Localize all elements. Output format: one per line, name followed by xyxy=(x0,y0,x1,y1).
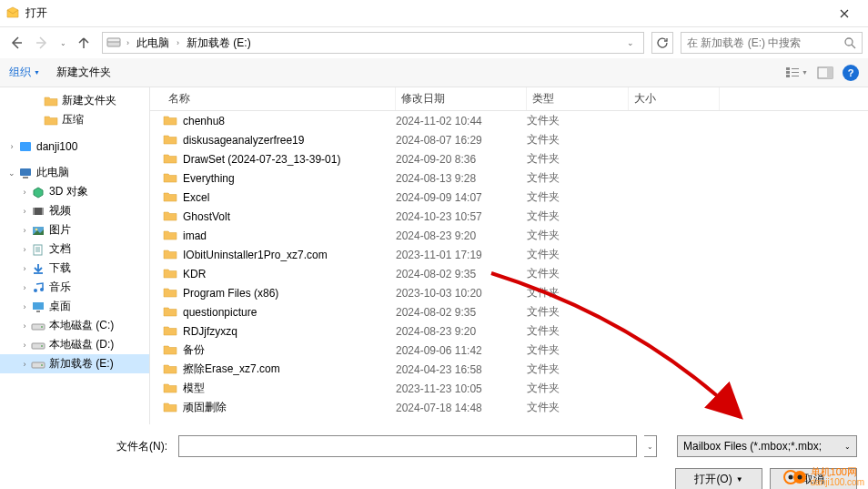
filename-dropdown[interactable]: ⌄ xyxy=(644,435,657,457)
file-row[interactable]: Program Files (x86)2023-10-03 10:20文件夹 xyxy=(150,283,868,302)
file-row[interactable]: Everything2024-08-13 9:28文件夹 xyxy=(150,168,868,188)
file-type: 文件夹 xyxy=(527,228,629,243)
expand-icon[interactable]: › xyxy=(18,226,31,235)
tree-item[interactable]: ⌄此电脑 xyxy=(0,163,149,182)
expand-icon[interactable]: › xyxy=(18,245,31,254)
search-icon xyxy=(843,36,856,49)
expand-icon[interactable]: › xyxy=(18,302,31,311)
tree-item[interactable]: ›3D 对象 xyxy=(0,182,149,201)
tree-item-label: danji100 xyxy=(36,140,77,153)
tree-item[interactable]: ›本地磁盘 (C:) xyxy=(0,316,149,335)
file-row[interactable]: DrawSet (2024-07-23_13-39-01)2024-09-20 … xyxy=(150,149,868,168)
box-icon xyxy=(18,139,33,154)
back-button[interactable] xyxy=(5,32,27,54)
expand-icon[interactable]: › xyxy=(18,341,31,350)
video-icon xyxy=(31,204,45,219)
file-name: IObitUninstaller1Pro_xz7.com xyxy=(183,249,328,261)
file-name: Program Files (x86) xyxy=(183,287,278,300)
dialog-footer: 文件名(N): ⌄ Mailbox Files (*.mbox;*.mbx; ⌄… xyxy=(0,424,868,489)
column-size[interactable]: 大小 xyxy=(629,87,720,110)
up-button[interactable] xyxy=(73,32,95,54)
breadcrumb-root[interactable]: 此电脑 xyxy=(135,36,171,51)
tree-item-label: 桌面 xyxy=(49,299,71,314)
expand-icon[interactable]: › xyxy=(18,360,31,369)
folder-icon xyxy=(163,171,177,186)
column-date[interactable]: 修改日期 xyxy=(396,87,527,110)
drive-icon xyxy=(106,36,121,50)
folder-icon xyxy=(163,267,177,281)
file-name: Excel xyxy=(183,191,209,204)
drive-icon xyxy=(31,338,45,352)
expand-icon[interactable]: › xyxy=(18,321,31,331)
drive-icon xyxy=(31,319,45,333)
filetype-filter[interactable]: Mailbox Files (*.mbox;*.mbx; ⌄ xyxy=(677,435,857,457)
file-date: 2024-07-18 14:48 xyxy=(396,402,527,414)
forward-button[interactable] xyxy=(31,32,53,54)
file-row[interactable]: 顽固删除2024-07-18 14:48文件夹 xyxy=(150,398,868,417)
app-icon xyxy=(5,6,20,21)
refresh-button[interactable] xyxy=(651,32,673,54)
new-folder-button[interactable]: 新建文件夹 xyxy=(56,65,111,80)
file-row[interactable]: chenhu82024-11-02 10:44文件夹 xyxy=(150,111,868,130)
file-row[interactable]: KDR2024-08-02 9:35文件夹 xyxy=(150,264,868,283)
column-type[interactable]: 类型 xyxy=(527,87,629,110)
tree-item[interactable]: ›文档 xyxy=(0,239,149,259)
breadcrumb-current[interactable]: 新加载卷 (E:) xyxy=(185,36,253,51)
expand-icon[interactable]: › xyxy=(18,207,31,216)
tree-item[interactable]: ›音乐 xyxy=(0,278,149,297)
search-box[interactable] xyxy=(681,32,863,54)
file-date: 2023-11-23 10:05 xyxy=(396,382,527,395)
expand-icon[interactable]: ⌄ xyxy=(5,168,18,178)
tree-item[interactable]: ›本地磁盘 (D:) xyxy=(0,335,149,354)
recent-dropdown[interactable]: ⌄ xyxy=(56,32,69,54)
file-name: imad xyxy=(183,229,207,242)
breadcrumb-dropdown[interactable]: ⌄ xyxy=(621,38,640,47)
open-button[interactable]: 打开(O)▼ xyxy=(675,468,762,489)
filename-input[interactable] xyxy=(178,435,637,457)
file-name: DrawSet (2024-07-23_13-39-01) xyxy=(183,153,340,166)
file-row[interactable]: diskusageanalyzerfree192024-08-07 16:29文… xyxy=(150,130,868,149)
tree-item[interactable]: ›下载 xyxy=(0,259,149,278)
view-options-button[interactable]: ▼ xyxy=(785,66,808,79)
folder-tree[interactable]: 新建文件夹压缩›danji100⌄此电脑›3D 对象›视频›图片›文档›下载›音… xyxy=(0,87,150,424)
chevron-down-icon: ⌄ xyxy=(844,443,851,451)
docs-icon xyxy=(31,242,45,257)
file-row[interactable]: IObitUninstaller1Pro_xz7.com2023-11-01 1… xyxy=(150,245,868,264)
tree-item[interactable]: ›视频 xyxy=(0,201,149,220)
tree-item[interactable]: ›danji100 xyxy=(0,137,149,156)
file-row[interactable]: RDJjfzyxzq2024-08-23 9:20文件夹 xyxy=(150,321,868,341)
expand-icon[interactable]: › xyxy=(18,283,31,292)
tree-item[interactable]: ›新加载卷 (E:) xyxy=(0,354,149,373)
file-row[interactable]: Excel2024-09-09 14:07文件夹 xyxy=(150,188,868,207)
tree-item[interactable]: 新建文件夹 xyxy=(0,91,149,110)
expand-icon[interactable]: › xyxy=(18,188,31,197)
svg-rect-4 xyxy=(786,71,790,74)
file-row[interactable]: questionpicture2024-08-02 9:35文件夹 xyxy=(150,302,868,321)
file-row[interactable]: GhostVolt2024-10-23 10:57文件夹 xyxy=(150,207,868,226)
svg-rect-6 xyxy=(792,68,799,69)
close-button[interactable] xyxy=(826,1,863,26)
search-input[interactable] xyxy=(687,36,843,49)
expand-icon[interactable]: › xyxy=(18,264,31,273)
expand-icon[interactable]: › xyxy=(5,142,18,151)
file-row[interactable]: 擦除Erase_xz7.com2024-04-23 16:58文件夹 xyxy=(150,360,868,379)
organize-menu[interactable]: 组织▼ xyxy=(9,65,40,80)
file-type: 文件夹 xyxy=(527,189,629,205)
file-row[interactable]: 模型2023-11-23 10:05文件夹 xyxy=(150,379,868,398)
svg-rect-10 xyxy=(827,67,833,78)
file-rows[interactable]: chenhu82024-11-02 10:44文件夹diskusageanaly… xyxy=(150,111,868,424)
preview-pane-button[interactable] xyxy=(817,66,833,79)
column-name[interactable]: 名称 xyxy=(163,87,396,110)
folder-icon xyxy=(163,133,177,148)
file-row[interactable]: 备份2024-09-06 11:42文件夹 xyxy=(150,341,868,360)
tree-item-label: 音乐 xyxy=(49,280,71,295)
help-button[interactable]: ? xyxy=(843,65,859,81)
tree-item[interactable]: 压缩 xyxy=(0,110,149,129)
tree-item[interactable]: ›桌面 xyxy=(0,297,149,316)
file-date: 2024-09-06 11:42 xyxy=(396,344,527,357)
breadcrumb[interactable]: › 此电脑 › 新加载卷 (E:) ⌄ xyxy=(102,32,644,54)
tree-item[interactable]: ›图片 xyxy=(0,220,149,239)
file-name: 备份 xyxy=(183,342,205,358)
svg-point-33 xyxy=(788,474,792,479)
file-row[interactable]: imad2024-08-23 9:20文件夹 xyxy=(150,226,868,245)
